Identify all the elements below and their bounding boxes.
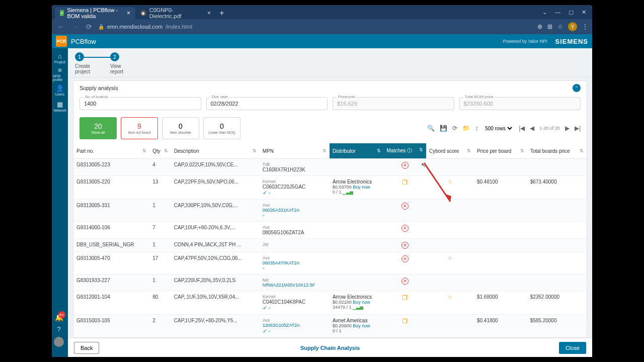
col-tbp[interactable]: Total boards price⇅ bbox=[527, 143, 587, 159]
table-row[interactable]: G8312001-10480CAP,.1UF,10%,10V,X5R,04...… bbox=[73, 291, 587, 315]
first-page-icon[interactable]: |◀ bbox=[519, 125, 525, 132]
maximize-icon[interactable]: ▢ bbox=[569, 9, 574, 16]
browser-tab-active[interactable]: P Siemens | PCBflow - BOM valida × bbox=[55, 7, 135, 19]
supply-analysis-panel: Supply analysis ⌃ No of boards Due date … bbox=[73, 80, 587, 338]
rail-dfm-profile[interactable]: ≡DFM profile bbox=[53, 66, 67, 81]
extension-icon[interactable]: ⊞ bbox=[547, 23, 552, 30]
app-logo-icon: PCB bbox=[56, 36, 67, 47]
collapse-icon[interactable]: ⌃ bbox=[573, 84, 581, 92]
next-page-icon[interactable]: ▶ bbox=[565, 125, 570, 132]
refresh-icon[interactable]: ⟳ bbox=[452, 125, 457, 132]
buy-now-link[interactable]: Buy now bbox=[353, 323, 370, 328]
rows-per-page-select[interactable]: 500 rows bbox=[483, 125, 514, 132]
help-icon[interactable]: ? bbox=[57, 325, 60, 333]
tab-close-icon[interactable]: × bbox=[207, 10, 211, 17]
col-cybord[interactable]: Cybord score⇅ bbox=[426, 143, 474, 159]
user-icon: 👤 bbox=[56, 84, 64, 92]
sort-icon: ⇅ bbox=[520, 148, 524, 153]
buy-now-link[interactable]: Buy now bbox=[353, 300, 370, 305]
col-qty[interactable]: Qty⇅ bbox=[149, 143, 171, 159]
table-row[interactable]: G8314000-1067CAP,10UF,+80-20%,6.3V,...Av… bbox=[73, 222, 587, 239]
card-item-not-found[interactable]: 9Item not found bbox=[121, 117, 158, 139]
table-row[interactable]: G8313005-47017CAP,47PF,50V,10%,COG,06...… bbox=[73, 252, 587, 275]
no-match-icon: ✕ bbox=[401, 225, 409, 232]
sort-icon: ⇅ bbox=[377, 148, 381, 153]
close-button[interactable]: Close bbox=[559, 342, 586, 354]
grid-icon: ▦ bbox=[57, 101, 63, 108]
due-date-field[interactable]: Due date bbox=[206, 97, 328, 110]
powered-by-text: Powered by Valor NPI bbox=[503, 39, 547, 44]
tab-title: C0GNP0-Dielectric.pdf bbox=[149, 7, 204, 19]
table-row[interactable]: DB9_USB_SERIAL_NGR1CONN,4 PIN,JACK,JST P… bbox=[73, 239, 587, 252]
footer-caption: Supply Chain Analysis bbox=[300, 345, 360, 351]
sort-icon[interactable]: ↕ bbox=[475, 125, 478, 132]
footer-bar: Back Supply Chain Analysis Close bbox=[68, 338, 592, 357]
url-path: /index.html bbox=[166, 24, 192, 30]
notif-badge: 9+ bbox=[58, 311, 65, 318]
bars-icon: ▁▃▅ bbox=[343, 190, 353, 195]
card-item-obsolete[interactable]: 0Item obsolete bbox=[162, 117, 199, 139]
user-avatar[interactable] bbox=[54, 337, 64, 347]
rail-users[interactable]: 👤Users bbox=[53, 82, 67, 98]
profile-avatar[interactable]: Y bbox=[568, 22, 577, 31]
folder-icon[interactable]: 📁 bbox=[462, 125, 470, 132]
match-stack-icon: ❐ bbox=[402, 179, 408, 186]
col-desc[interactable]: Description⇅ bbox=[171, 143, 260, 159]
no-match-icon: ✕ bbox=[401, 203, 409, 210]
check-icon: ✓ bbox=[263, 190, 267, 196]
prev-page-icon[interactable]: ◀ bbox=[530, 125, 534, 132]
rail-project[interactable]: ⌂Project bbox=[53, 50, 67, 65]
info-icon[interactable]: ⓘ bbox=[407, 148, 412, 153]
last-page-icon[interactable]: ▶| bbox=[575, 125, 581, 132]
col-matches[interactable]: Matches ⓘ⇅ bbox=[384, 143, 426, 159]
col-mpn[interactable]: MPN⇅ bbox=[260, 143, 330, 159]
rail-network[interactable]: ▦Network bbox=[53, 99, 67, 114]
table-row[interactable]: G8313005-2234CAP,0.022UF,10%,50V,CE...Td… bbox=[73, 159, 587, 176]
reload-icon[interactable]: ⟳ bbox=[84, 22, 94, 32]
no-of-boards-field[interactable]: No of boards bbox=[79, 97, 201, 110]
table-row[interactable]: G8313005-22013CAP,22PF,5%,50V,NPO,06...K… bbox=[73, 176, 587, 200]
col-partno[interactable]: Part no.⇅ bbox=[73, 143, 149, 159]
page-indicator: 1-20 of 20 bbox=[539, 126, 560, 131]
save-icon[interactable]: 💾 bbox=[440, 125, 447, 132]
menu-icon[interactable]: ⋮ bbox=[582, 23, 588, 30]
check-icon: ✓ bbox=[263, 328, 267, 334]
new-tab-button[interactable]: + bbox=[216, 7, 228, 19]
box-icon: ▫ bbox=[268, 305, 270, 311]
app-header: PCB PCBflow Powered by Valor NPI SIEMENS bbox=[52, 34, 592, 48]
zoom-icon[interactable]: ⊕ bbox=[537, 23, 542, 30]
tab-close-icon[interactable]: × bbox=[127, 10, 130, 17]
sort-icon: ⇅ bbox=[467, 148, 471, 153]
table-row[interactable]: G8313005-3311CAP,330PF,10%,50V,C0G,...Av… bbox=[73, 200, 587, 222]
lock-icon: 🔒 bbox=[98, 24, 104, 30]
back-button[interactable]: Back bbox=[74, 342, 99, 354]
step-create-project[interactable]: 1 Createproject bbox=[75, 52, 90, 74]
card-show-all[interactable]: 20Show all bbox=[79, 117, 117, 139]
table-row[interactable]: G8315003-1052CAP,1UF,25V,+80-20%,Y5...Av… bbox=[73, 315, 587, 338]
forward-icon[interactable]: → bbox=[70, 22, 80, 32]
box-icon: ▫ bbox=[268, 190, 270, 196]
no-match-icon: ✕ bbox=[401, 162, 409, 169]
url-field[interactable]: 🔒 emn.mendixcloud.com/index.html bbox=[98, 24, 533, 30]
buy-now-link[interactable]: Buy now bbox=[353, 185, 370, 190]
star-icon: ☆ bbox=[448, 294, 452, 300]
no-match-icon: ✕ bbox=[401, 278, 409, 285]
browser-titlebar: P Siemens | PCBflow - BOM valida × ◉ C0G… bbox=[52, 5, 592, 19]
col-distributor[interactable]: Distributor⇅ bbox=[330, 143, 383, 159]
sort-icon: ⇅ bbox=[253, 148, 257, 153]
box-icon: ▫ bbox=[268, 328, 270, 334]
back-icon[interactable]: ← bbox=[56, 22, 66, 32]
search-icon[interactable]: 🔍 bbox=[427, 125, 435, 132]
card-lower-moq[interactable]: 0Lower than MOQ bbox=[203, 117, 240, 139]
sort-icon: ⇅ bbox=[419, 147, 423, 152]
step-view-report[interactable]: 2 Viewreport bbox=[110, 52, 123, 74]
minimize-icon[interactable]: ― bbox=[555, 9, 560, 16]
bookmark-icon[interactable]: ☆ bbox=[557, 23, 563, 30]
box-icon: ▫ bbox=[263, 265, 265, 271]
notifications-icon[interactable]: 🔔9+ bbox=[55, 313, 63, 321]
chevron-down-icon[interactable]: ⌄ bbox=[542, 9, 547, 16]
col-ppb[interactable]: Price per board⇅ bbox=[474, 143, 527, 159]
close-window-icon[interactable]: ✕ bbox=[582, 9, 586, 16]
browser-tab[interactable]: ◉ C0GNP0-Dielectric.pdf × bbox=[135, 7, 216, 19]
table-row[interactable]: G8301933-2271CAP,220UF,20%,35V,0.2LSNicN… bbox=[73, 275, 587, 291]
